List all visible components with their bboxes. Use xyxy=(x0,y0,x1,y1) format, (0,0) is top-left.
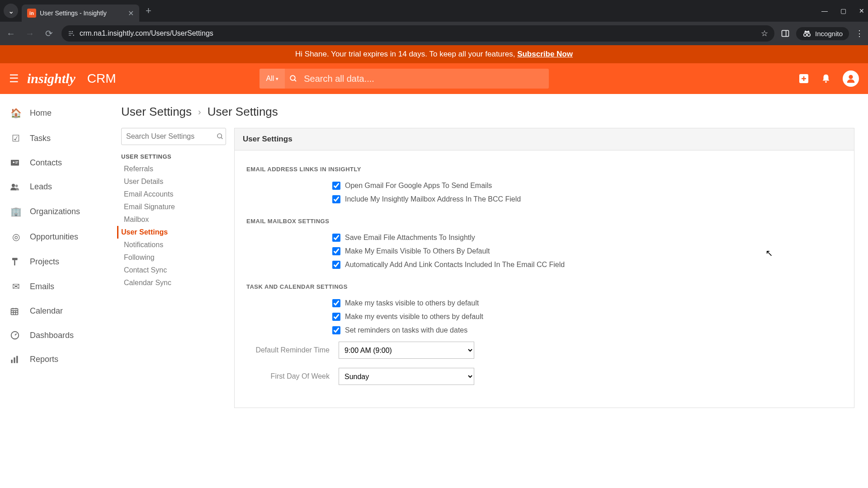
sidebar-item-leads[interactable]: Leads xyxy=(0,175,108,199)
checkbox-reminders[interactable] xyxy=(332,326,340,334)
home-icon: 🏠 xyxy=(10,108,22,118)
svg-rect-5 xyxy=(782,30,789,36)
back-button[interactable]: ← xyxy=(5,28,17,39)
sidebar-item-emails[interactable]: ✉Emails xyxy=(0,274,108,299)
contacts-icon xyxy=(10,159,22,167)
create-button[interactable] xyxy=(798,73,809,84)
url-text: crm.na1.insightly.com/Users/UserSettings xyxy=(80,29,756,38)
close-window-icon[interactable]: ✕ xyxy=(859,7,864,14)
sidebar-item-projects[interactable]: Projects xyxy=(0,249,108,274)
svg-line-11 xyxy=(295,80,297,81)
profile-button[interactable] xyxy=(843,70,859,87)
forward-button[interactable]: → xyxy=(24,28,36,39)
checkbox-events-visible[interactable] xyxy=(332,313,340,321)
bookmark-icon[interactable]: ☆ xyxy=(761,28,768,38)
reminder-time-select[interactable]: 9:00 AM (9:00) xyxy=(339,342,474,359)
first-day-select[interactable]: Sunday xyxy=(339,368,474,385)
svg-line-38 xyxy=(221,137,222,139)
sidebar-item-label: Organizations xyxy=(30,207,80,216)
checkbox-label: Make my tasks visible to others by defau… xyxy=(345,299,479,307)
sidebar-item-tasks[interactable]: ☑Tasks xyxy=(0,126,108,151)
browser-tab[interactable]: in User Settings - Insightly ✕ xyxy=(22,5,139,22)
settings-nav-item[interactable]: Mailbox xyxy=(121,213,226,226)
svg-rect-25 xyxy=(11,309,18,314)
building-icon: 🏢 xyxy=(10,206,22,217)
svg-rect-24 xyxy=(12,258,18,260)
svg-point-16 xyxy=(849,75,853,79)
maximize-icon[interactable]: ▢ xyxy=(840,7,846,14)
chevron-down-icon: ⌄ xyxy=(8,7,14,15)
breadcrumb-root[interactable]: User Settings xyxy=(121,105,192,119)
svg-line-33 xyxy=(15,333,17,335)
leads-icon xyxy=(10,183,22,191)
side-panel-icon[interactable] xyxy=(781,29,790,38)
logo[interactable]: insightly xyxy=(27,71,75,86)
settings-nav-item[interactable]: Email Signature xyxy=(121,201,226,213)
sidebar-item-contacts[interactable]: Contacts xyxy=(0,151,108,175)
settings-panel: User Settings EMAIL ADDRESS LINKS IN INS… xyxy=(234,128,854,408)
sidebar-item-label: Tasks xyxy=(30,134,51,143)
minimize-icon[interactable]: — xyxy=(821,7,828,14)
sidebar-item-dashboards[interactable]: Dashboards xyxy=(0,323,108,347)
checkbox-auto-link-cc[interactable] xyxy=(332,261,340,269)
checkbox-emails-visible[interactable] xyxy=(332,247,340,255)
svg-rect-36 xyxy=(16,356,18,363)
panel-title: User Settings xyxy=(235,128,854,150)
tab-search-button[interactable]: ⌄ xyxy=(4,4,18,18)
sidebar-item-label: Reports xyxy=(30,355,58,364)
chevron-right-icon: › xyxy=(198,107,201,117)
hammer-icon xyxy=(10,257,22,267)
main-sidebar: 🏠Home ☑Tasks Contacts Leads 🏢Organizatio… xyxy=(0,94,108,487)
svg-point-15 xyxy=(825,81,827,83)
svg-point-37 xyxy=(217,134,222,138)
sidebar-item-organizations[interactable]: 🏢Organizations xyxy=(0,199,108,224)
settings-search-input[interactable] xyxy=(126,132,217,141)
search-icon xyxy=(285,75,302,83)
search-scope-dropdown[interactable]: All xyxy=(259,69,285,89)
settings-nav-item[interactable]: User Details xyxy=(121,175,226,188)
sidebar-item-home[interactable]: 🏠Home xyxy=(0,100,108,126)
settings-nav-item[interactable]: Contact Sync xyxy=(121,264,226,277)
checkbox-label: Save Email File Attachments To Insightly xyxy=(345,234,475,242)
new-tab-button[interactable]: + xyxy=(146,5,151,17)
settings-nav-item[interactable]: User Settings xyxy=(117,226,226,239)
sidebar-item-calendar[interactable]: Calendar xyxy=(0,299,108,323)
site-settings-icon[interactable] xyxy=(68,30,75,37)
settings-nav-item[interactable]: Following xyxy=(121,251,226,264)
settings-nav-item[interactable]: Calendar Sync xyxy=(121,277,226,289)
search-input[interactable] xyxy=(302,74,549,84)
checkbox-open-gmail[interactable] xyxy=(332,182,340,190)
url-bar[interactable]: crm.na1.insightly.com/Users/UserSettings… xyxy=(61,25,774,42)
incognito-label: Incognito xyxy=(815,30,843,38)
browser-toolbar: ← → ⟳ crm.na1.insightly.com/Users/UserSe… xyxy=(0,22,868,45)
checkbox-include-bcc[interactable] xyxy=(332,195,340,203)
checkbox-tasks-visible[interactable] xyxy=(332,299,340,307)
reload-button[interactable]: ⟳ xyxy=(42,28,55,39)
checkbox-save-attachments[interactable] xyxy=(332,234,340,242)
sidebar-item-reports[interactable]: Reports xyxy=(0,347,108,371)
browser-menu-icon[interactable]: ⋮ xyxy=(855,28,863,38)
sidebar-item-label: Dashboards xyxy=(30,331,74,340)
settings-nav-item[interactable]: Email Accounts xyxy=(121,188,226,201)
notifications-icon[interactable] xyxy=(821,73,831,84)
browser-tab-bar: ⌄ in User Settings - Insightly ✕ + — ▢ ✕ xyxy=(0,0,868,22)
menu-icon[interactable]: ☰ xyxy=(9,72,19,85)
settings-nav-item[interactable]: Referrals xyxy=(121,163,226,175)
checkbox-label: Open Gmail For Google Apps To Send Email… xyxy=(345,182,492,190)
sidebar-item-label: Leads xyxy=(30,182,52,192)
product-label: CRM xyxy=(87,71,116,86)
search-icon[interactable] xyxy=(217,133,224,140)
trial-banner: Hi Shane. Your trial expires in 14 days.… xyxy=(0,45,868,63)
incognito-badge[interactable]: Incognito xyxy=(796,27,849,40)
section-email-links-title: EMAIL ADDRESS LINKS IN INSIGHTLY xyxy=(246,166,842,173)
close-icon[interactable]: ✕ xyxy=(128,9,134,18)
checkbox-label: Automatically Add And Link Contacts Incl… xyxy=(345,261,565,269)
sidebar-item-label: Calendar xyxy=(30,306,63,316)
settings-nav-item[interactable]: Notifications xyxy=(121,239,226,251)
svg-point-8 xyxy=(807,33,810,36)
sidebar-item-opportunities[interactable]: ◎Opportunities xyxy=(0,224,108,249)
svg-point-4 xyxy=(73,35,74,36)
subscribe-link[interactable]: Subscribe Now xyxy=(517,50,573,58)
svg-point-21 xyxy=(12,183,15,187)
settings-search[interactable] xyxy=(121,128,226,145)
